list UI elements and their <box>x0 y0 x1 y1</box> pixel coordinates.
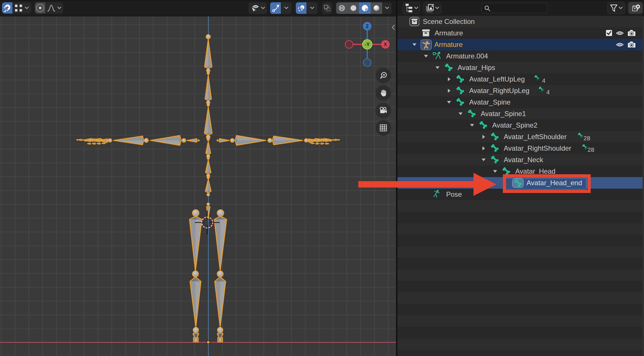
svg-text:-Y: -Y <box>365 42 370 47</box>
svg-text:Z: Z <box>366 24 369 29</box>
svg-text:X: X <box>384 42 387 47</box>
